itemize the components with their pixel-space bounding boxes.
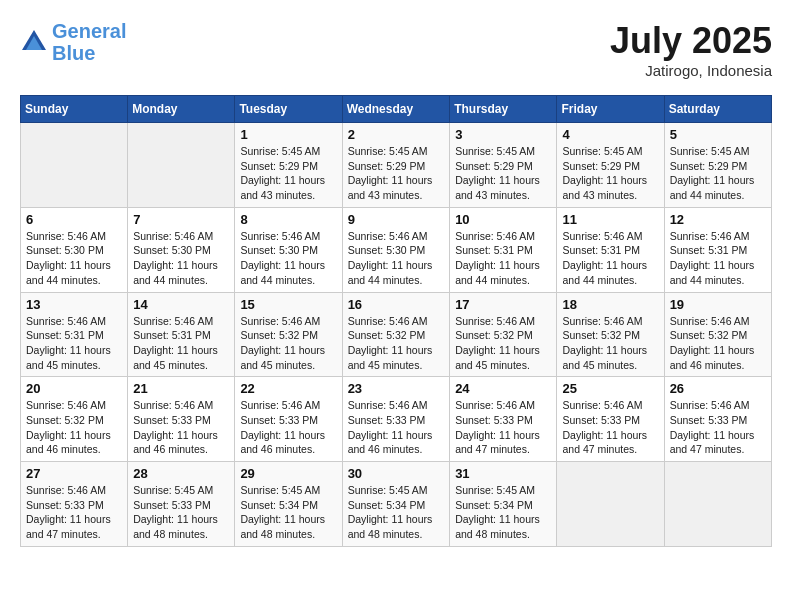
day-number: 18: [562, 297, 658, 312]
day-info: Sunrise: 5:46 AM Sunset: 5:30 PM Dayligh…: [348, 229, 445, 288]
logo-text: General Blue: [52, 20, 126, 64]
day-number: 29: [240, 466, 336, 481]
week-row-5: 27Sunrise: 5:46 AM Sunset: 5:33 PM Dayli…: [21, 462, 772, 547]
calendar-cell: 30Sunrise: 5:45 AM Sunset: 5:34 PM Dayli…: [342, 462, 450, 547]
day-number: 26: [670, 381, 766, 396]
day-info: Sunrise: 5:46 AM Sunset: 5:30 PM Dayligh…: [133, 229, 229, 288]
day-number: 23: [348, 381, 445, 396]
calendar-cell: 6Sunrise: 5:46 AM Sunset: 5:30 PM Daylig…: [21, 207, 128, 292]
day-info: Sunrise: 5:45 AM Sunset: 5:33 PM Dayligh…: [133, 483, 229, 542]
day-info: Sunrise: 5:46 AM Sunset: 5:31 PM Dayligh…: [455, 229, 551, 288]
calendar-cell: 15Sunrise: 5:46 AM Sunset: 5:32 PM Dayli…: [235, 292, 342, 377]
month-title: July 2025: [610, 20, 772, 62]
day-info: Sunrise: 5:46 AM Sunset: 5:32 PM Dayligh…: [26, 398, 122, 457]
calendar-cell: 16Sunrise: 5:46 AM Sunset: 5:32 PM Dayli…: [342, 292, 450, 377]
day-info: Sunrise: 5:45 AM Sunset: 5:29 PM Dayligh…: [670, 144, 766, 203]
day-number: 27: [26, 466, 122, 481]
calendar-cell: 13Sunrise: 5:46 AM Sunset: 5:31 PM Dayli…: [21, 292, 128, 377]
calendar-cell: 25Sunrise: 5:46 AM Sunset: 5:33 PM Dayli…: [557, 377, 664, 462]
day-info: Sunrise: 5:46 AM Sunset: 5:33 PM Dayligh…: [455, 398, 551, 457]
day-info: Sunrise: 5:46 AM Sunset: 5:30 PM Dayligh…: [26, 229, 122, 288]
calendar-cell: 8Sunrise: 5:46 AM Sunset: 5:30 PM Daylig…: [235, 207, 342, 292]
header-thursday: Thursday: [450, 96, 557, 123]
header-saturday: Saturday: [664, 96, 771, 123]
calendar-cell: 20Sunrise: 5:46 AM Sunset: 5:32 PM Dayli…: [21, 377, 128, 462]
day-info: Sunrise: 5:46 AM Sunset: 5:33 PM Dayligh…: [133, 398, 229, 457]
day-number: 24: [455, 381, 551, 396]
header-sunday: Sunday: [21, 96, 128, 123]
calendar-cell: 17Sunrise: 5:46 AM Sunset: 5:32 PM Dayli…: [450, 292, 557, 377]
calendar-cell: [664, 462, 771, 547]
day-info: Sunrise: 5:45 AM Sunset: 5:29 PM Dayligh…: [348, 144, 445, 203]
day-number: 3: [455, 127, 551, 142]
day-info: Sunrise: 5:46 AM Sunset: 5:32 PM Dayligh…: [670, 314, 766, 373]
header-wednesday: Wednesday: [342, 96, 450, 123]
day-number: 10: [455, 212, 551, 227]
logo: General Blue: [20, 20, 126, 64]
day-number: 28: [133, 466, 229, 481]
day-info: Sunrise: 5:46 AM Sunset: 5:33 PM Dayligh…: [348, 398, 445, 457]
day-info: Sunrise: 5:46 AM Sunset: 5:31 PM Dayligh…: [562, 229, 658, 288]
day-info: Sunrise: 5:46 AM Sunset: 5:32 PM Dayligh…: [240, 314, 336, 373]
day-number: 25: [562, 381, 658, 396]
day-info: Sunrise: 5:45 AM Sunset: 5:29 PM Dayligh…: [240, 144, 336, 203]
week-row-4: 20Sunrise: 5:46 AM Sunset: 5:32 PM Dayli…: [21, 377, 772, 462]
day-info: Sunrise: 5:45 AM Sunset: 5:34 PM Dayligh…: [240, 483, 336, 542]
day-info: Sunrise: 5:46 AM Sunset: 5:32 PM Dayligh…: [455, 314, 551, 373]
week-row-2: 6Sunrise: 5:46 AM Sunset: 5:30 PM Daylig…: [21, 207, 772, 292]
calendar-table: SundayMondayTuesdayWednesdayThursdayFrid…: [20, 95, 772, 547]
day-number: 13: [26, 297, 122, 312]
calendar-cell: 11Sunrise: 5:46 AM Sunset: 5:31 PM Dayli…: [557, 207, 664, 292]
day-info: Sunrise: 5:46 AM Sunset: 5:33 PM Dayligh…: [240, 398, 336, 457]
calendar-cell: 2Sunrise: 5:45 AM Sunset: 5:29 PM Daylig…: [342, 123, 450, 208]
day-number: 22: [240, 381, 336, 396]
calendar-cell: 9Sunrise: 5:46 AM Sunset: 5:30 PM Daylig…: [342, 207, 450, 292]
day-number: 19: [670, 297, 766, 312]
calendar-cell: [557, 462, 664, 547]
day-info: Sunrise: 5:46 AM Sunset: 5:33 PM Dayligh…: [562, 398, 658, 457]
calendar-cell: 19Sunrise: 5:46 AM Sunset: 5:32 PM Dayli…: [664, 292, 771, 377]
header-tuesday: Tuesday: [235, 96, 342, 123]
day-number: 31: [455, 466, 551, 481]
page-header: General Blue July 2025 Jatirogo, Indones…: [20, 20, 772, 79]
calendar-cell: 23Sunrise: 5:46 AM Sunset: 5:33 PM Dayli…: [342, 377, 450, 462]
day-info: Sunrise: 5:46 AM Sunset: 5:30 PM Dayligh…: [240, 229, 336, 288]
day-number: 2: [348, 127, 445, 142]
day-number: 8: [240, 212, 336, 227]
week-row-1: 1Sunrise: 5:45 AM Sunset: 5:29 PM Daylig…: [21, 123, 772, 208]
day-info: Sunrise: 5:46 AM Sunset: 5:32 PM Dayligh…: [562, 314, 658, 373]
day-number: 9: [348, 212, 445, 227]
calendar-cell: 5Sunrise: 5:45 AM Sunset: 5:29 PM Daylig…: [664, 123, 771, 208]
day-number: 17: [455, 297, 551, 312]
day-info: Sunrise: 5:46 AM Sunset: 5:33 PM Dayligh…: [26, 483, 122, 542]
calendar-cell: 7Sunrise: 5:46 AM Sunset: 5:30 PM Daylig…: [128, 207, 235, 292]
calendar-cell: 4Sunrise: 5:45 AM Sunset: 5:29 PM Daylig…: [557, 123, 664, 208]
day-number: 21: [133, 381, 229, 396]
day-number: 30: [348, 466, 445, 481]
day-number: 16: [348, 297, 445, 312]
day-number: 1: [240, 127, 336, 142]
day-number: 4: [562, 127, 658, 142]
day-number: 15: [240, 297, 336, 312]
calendar-cell: 10Sunrise: 5:46 AM Sunset: 5:31 PM Dayli…: [450, 207, 557, 292]
header-monday: Monday: [128, 96, 235, 123]
day-info: Sunrise: 5:46 AM Sunset: 5:31 PM Dayligh…: [133, 314, 229, 373]
header-friday: Friday: [557, 96, 664, 123]
calendar-cell: 1Sunrise: 5:45 AM Sunset: 5:29 PM Daylig…: [235, 123, 342, 208]
calendar-cell: 28Sunrise: 5:45 AM Sunset: 5:33 PM Dayli…: [128, 462, 235, 547]
calendar-cell: 24Sunrise: 5:46 AM Sunset: 5:33 PM Dayli…: [450, 377, 557, 462]
day-number: 6: [26, 212, 122, 227]
calendar-cell: 27Sunrise: 5:46 AM Sunset: 5:33 PM Dayli…: [21, 462, 128, 547]
day-number: 5: [670, 127, 766, 142]
calendar-cell: 3Sunrise: 5:45 AM Sunset: 5:29 PM Daylig…: [450, 123, 557, 208]
calendar-cell: 29Sunrise: 5:45 AM Sunset: 5:34 PM Dayli…: [235, 462, 342, 547]
week-row-3: 13Sunrise: 5:46 AM Sunset: 5:31 PM Dayli…: [21, 292, 772, 377]
day-info: Sunrise: 5:46 AM Sunset: 5:31 PM Dayligh…: [670, 229, 766, 288]
logo-icon: [20, 28, 48, 56]
calendar-cell: 18Sunrise: 5:46 AM Sunset: 5:32 PM Dayli…: [557, 292, 664, 377]
calendar-cell: 22Sunrise: 5:46 AM Sunset: 5:33 PM Dayli…: [235, 377, 342, 462]
calendar-cell: 26Sunrise: 5:46 AM Sunset: 5:33 PM Dayli…: [664, 377, 771, 462]
day-info: Sunrise: 5:45 AM Sunset: 5:29 PM Dayligh…: [455, 144, 551, 203]
day-info: Sunrise: 5:45 AM Sunset: 5:34 PM Dayligh…: [348, 483, 445, 542]
calendar-cell: [21, 123, 128, 208]
